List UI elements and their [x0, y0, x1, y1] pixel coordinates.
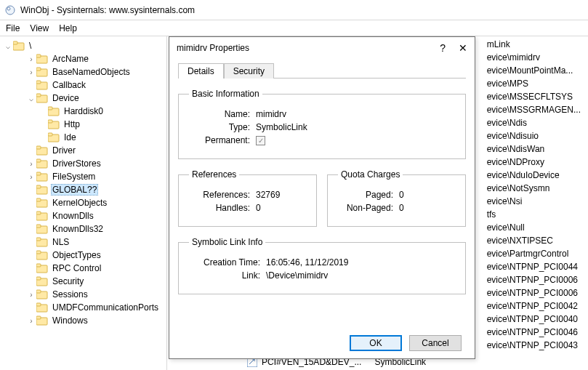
tree-item[interactable]: ›Sessions [0, 288, 166, 301]
list-cell-partial[interactable]: evice\MSSGRMAGEN... [487, 103, 581, 116]
menu-help[interactable]: Help [59, 23, 77, 33]
chevron-right-icon[interactable]: › [26, 291, 36, 299]
chevron-right-icon[interactable]: › [26, 173, 36, 181]
list-cell-partial[interactable]: evice\Ndisuio [487, 129, 581, 142]
list-cell-partial[interactable]: evice\NTPNP_PCI0006 [487, 286, 581, 299]
value-references: 32769 [256, 190, 280, 200]
list-cell-partial[interactable]: evice\NTPNP_PCI0044 [487, 260, 581, 273]
tree-item[interactable]: ›KnownDlls32 [0, 222, 166, 236]
list-cell-partial[interactable]: evice\Null [487, 221, 581, 234]
ok-button[interactable]: OK [350, 335, 402, 351]
tree-item[interactable]: ›Ide [0, 131, 166, 144]
tree-item[interactable]: ›UMDFCommunicationPorts [0, 301, 166, 314]
tree-label: Harddisk0 [63, 106, 105, 116]
chevron-right-icon[interactable]: › [26, 317, 36, 325]
properties-dialog: mimidrv Properties ? ✕ Details Security … [169, 36, 475, 359]
value-link: \Device\mimidrv [266, 270, 328, 281]
tree-label: Callback [51, 80, 87, 90]
list-cell-partial[interactable]: evice\NduIoDevice [487, 169, 581, 182]
svg-rect-3 [13, 41, 17, 44]
tree-item[interactable]: ›Security [0, 275, 166, 288]
folder-icon [36, 158, 48, 169]
tree-item[interactable]: ›Http [0, 118, 166, 131]
tree-item[interactable]: ›DriverStores [0, 157, 166, 170]
tree-item[interactable]: ›KernelObjects [0, 196, 166, 209]
list-cell-partial[interactable]: evice\PartmgrControl [487, 247, 581, 260]
list-cell-partial[interactable]: evice\NDProxy [487, 156, 581, 169]
folder-icon [36, 315, 48, 326]
folder-icon [36, 276, 48, 286]
label-link: Link: [189, 270, 260, 281]
tree-item[interactable]: ›GLOBAL?? [0, 183, 166, 196]
tree-label: FileSystem [51, 172, 97, 182]
list-cell-partial[interactable]: evice\NTPNP_PCI0043 [487, 339, 581, 352]
tree-item[interactable]: ›ObjectTypes [0, 249, 166, 262]
list-cell-partial[interactable]: evice\NotSysmn [487, 182, 581, 195]
tree-item[interactable]: ›KnownDlls [0, 209, 166, 222]
tree-item[interactable]: ›Callback [0, 79, 166, 92]
group-basic-information: Basic Information Name: mimidrv Type: Sy… [178, 89, 466, 159]
cancel-button[interactable]: Cancel [409, 335, 462, 351]
tree-label: \ [28, 41, 33, 51]
svg-rect-35 [36, 251, 41, 254]
tree-root[interactable]: ⌵ \ [0, 39, 166, 52]
folder-icon [36, 54, 48, 64]
list-cell-partial[interactable]: evice\NTPNP_PCI0040 [487, 313, 581, 326]
list-cell-partial[interactable]: evice\Nsi [487, 195, 581, 208]
value-creation-time: 16:05:46, 11/12/2019 [266, 257, 348, 268]
tree-item[interactable]: ›RPC Control [0, 262, 166, 275]
list-cell-partial[interactable]: evice\NTPNP_PCI0046 [487, 326, 581, 339]
tree-item[interactable]: ⌵Device [0, 92, 166, 105]
tree-label: UMDFCommunicationPorts [51, 302, 160, 313]
tree-item[interactable]: ›NLS [0, 236, 166, 249]
help-button[interactable]: ? [440, 42, 446, 54]
list-cell-partial[interactable]: evice\NdisWan [487, 142, 581, 156]
list-cell-partial[interactable]: evice\mimidrv [487, 51, 581, 64]
label-name: Name: [189, 109, 250, 119]
tree-item[interactable]: ›Driver [0, 144, 166, 157]
folder-icon [36, 67, 48, 77]
tree-item[interactable]: ›Harddisk0 [0, 105, 166, 118]
list-cell-partial[interactable]: evice\NXTIPSEC [487, 234, 581, 247]
tree-label: Sessions [51, 289, 89, 299]
value-paged: 0 [399, 190, 404, 200]
tree-item[interactable]: ›Windows [0, 314, 166, 327]
folder-icon [36, 302, 48, 313]
svg-rect-33 [36, 238, 41, 241]
chevron-right-icon[interactable]: › [26, 160, 36, 168]
tab-details[interactable]: Details [178, 63, 224, 79]
chevron-down-icon[interactable]: ⌵ [26, 94, 36, 102]
menu-view[interactable]: View [30, 23, 49, 33]
tree-item[interactable]: ›BaseNamedObjects [0, 65, 166, 79]
menu-file[interactable]: File [6, 23, 20, 33]
list-cell-partial[interactable]: evice\MPS [487, 77, 581, 90]
dialog-titlebar[interactable]: mimidrv Properties ? ✕ [169, 37, 475, 59]
list-cell-partial[interactable]: evice\MountPointMa... [487, 64, 581, 77]
list-cell-partial[interactable]: evice\NTPNP_PCI0006 [487, 273, 581, 286]
list-cell-partial[interactable]: evice\NTPNP_PCI0042 [487, 299, 581, 313]
label-handles: Handles: [189, 203, 250, 213]
list-cell-partial[interactable]: evice\MSSECFLTSYS [487, 90, 581, 103]
legend-symlink: Symbolic Link Info [189, 237, 265, 247]
svg-rect-41 [36, 290, 41, 293]
folder-icon [36, 289, 48, 299]
folder-icon [36, 250, 48, 260]
label-references: References: [189, 190, 250, 200]
chevron-down-icon[interactable]: ⌵ [3, 42, 13, 50]
value-nonpaged: 0 [399, 203, 404, 213]
tree-item[interactable]: ›ArcName [0, 52, 166, 65]
close-button[interactable]: ✕ [459, 42, 467, 54]
tree-item[interactable]: ›FileSystem [0, 170, 166, 183]
object-tree[interactable]: ⌵ \ ›ArcName›BaseNamedObjects›Callback⌵D… [0, 36, 167, 370]
svg-rect-5 [36, 55, 41, 57]
dialog-button-row: OK Cancel [350, 335, 462, 351]
list-cell-partial[interactable]: mLink [487, 38, 581, 51]
group-quota: Quota Charges Paged: 0 Non-Paged: 0 [327, 169, 466, 227]
folder-icon [36, 93, 48, 103]
chevron-right-icon[interactable]: › [26, 68, 36, 76]
svg-rect-39 [36, 277, 41, 280]
tab-security[interactable]: Security [224, 63, 274, 79]
list-cell-partial[interactable]: evice\Ndis [487, 116, 581, 129]
chevron-right-icon[interactable]: › [26, 55, 36, 63]
list-cell-partial[interactable]: tfs [487, 208, 581, 221]
